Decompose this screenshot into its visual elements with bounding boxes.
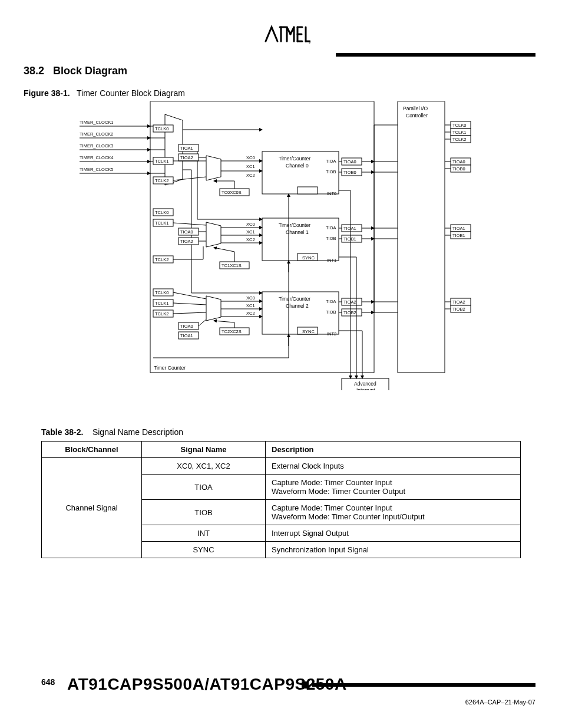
svg-text:TCLK2: TCLK2 bbox=[155, 257, 168, 262]
svg-text:TIOB1: TIOB1 bbox=[452, 233, 465, 238]
cell-signal: XC0, XC1, XC2 bbox=[142, 458, 266, 475]
cell-desc: Synchronization Input Signal bbox=[266, 542, 521, 558]
svg-text:®: ® bbox=[309, 41, 310, 45]
cell-desc: Capture Mode: Timer Counter Input Wavefo… bbox=[266, 475, 521, 500]
svg-text:TIOA1: TIOA1 bbox=[343, 226, 356, 231]
svg-text:TIOA1: TIOA1 bbox=[180, 146, 193, 151]
svg-text:Timer/Counter: Timer/Counter bbox=[279, 296, 310, 302]
svg-text:TIOA: TIOA bbox=[326, 299, 336, 304]
svg-text:XC2: XC2 bbox=[246, 311, 255, 316]
svg-text:TIOB0: TIOB0 bbox=[452, 166, 465, 172]
cell-signal: INT bbox=[142, 525, 266, 542]
svg-text:XC2: XC2 bbox=[246, 173, 255, 178]
svg-text:Channel 0: Channel 0 bbox=[286, 163, 309, 169]
svg-text:TCLK0: TCLK0 bbox=[452, 123, 466, 128]
svg-marker-88 bbox=[206, 222, 221, 247]
th-block: Block/Channel bbox=[42, 442, 142, 458]
svg-text:Advanced: Advanced bbox=[354, 381, 376, 387]
svg-text:TIMER_CLOCK2: TIMER_CLOCK2 bbox=[80, 131, 114, 137]
svg-text:Controller: Controller bbox=[406, 113, 428, 118]
svg-text:XC1: XC1 bbox=[246, 303, 255, 308]
svg-text:Timer Counter: Timer Counter bbox=[154, 365, 186, 371]
cell-desc: Capture Mode: Timer Counter Input Wavefo… bbox=[266, 500, 521, 525]
svg-text:XC1: XC1 bbox=[246, 164, 255, 169]
svg-text:TIOA0: TIOA0 bbox=[452, 159, 465, 164]
svg-text:TCLK2: TCLK2 bbox=[155, 178, 168, 183]
svg-text:TIOA2: TIOA2 bbox=[452, 299, 465, 305]
svg-text:TIOB1: TIOB1 bbox=[343, 236, 356, 242]
svg-marker-130 bbox=[206, 296, 221, 321]
footer-rule bbox=[312, 683, 535, 687]
cell-signal: TIOB bbox=[142, 500, 266, 525]
svg-text:XC0: XC0 bbox=[246, 155, 255, 160]
svg-line-131 bbox=[173, 292, 206, 299]
svg-text:TIOB2: TIOB2 bbox=[343, 310, 356, 315]
svg-text:Interrupt: Interrupt bbox=[356, 387, 375, 390]
svg-text:TCLK1: TCLK1 bbox=[155, 159, 168, 164]
svg-line-133 bbox=[173, 312, 206, 314]
svg-text:TIOA0: TIOA0 bbox=[180, 324, 193, 329]
svg-rect-168 bbox=[398, 101, 445, 373]
svg-text:TIOA0: TIOA0 bbox=[180, 229, 193, 235]
cell-signal: TIOA bbox=[142, 475, 266, 500]
svg-text:TIOA1: TIOA1 bbox=[180, 333, 193, 338]
svg-line-52 bbox=[173, 177, 206, 180]
svg-line-132 bbox=[173, 303, 206, 305]
th-desc: Description bbox=[266, 442, 521, 458]
svg-text:INT0: INT0 bbox=[327, 191, 336, 196]
cell-desc: External Clock Inputs bbox=[266, 458, 521, 475]
svg-text:TCLK0: TCLK0 bbox=[155, 210, 168, 215]
block-diagram: Timer Counter TIMER_CLOCK1 TIMER_CLOCK2 … bbox=[80, 101, 492, 390]
svg-text:TC2XC2S: TC2XC2S bbox=[222, 329, 242, 334]
signal-table: Block/Channel Signal Name Description Ch… bbox=[41, 441, 521, 558]
svg-text:XC2: XC2 bbox=[246, 237, 255, 242]
svg-text:TIMER_CLOCK1: TIMER_CLOCK1 bbox=[80, 120, 114, 125]
svg-marker-49 bbox=[206, 156, 221, 180]
svg-text:TIMER_CLOCK4: TIMER_CLOCK4 bbox=[80, 155, 114, 160]
svg-text:TIOB: TIOB bbox=[326, 236, 336, 241]
table-caption: Table 38-2. Signal Name Description bbox=[41, 427, 183, 437]
svg-text:TCLK1: TCLK1 bbox=[155, 220, 168, 226]
svg-text:TIOB2: TIOB2 bbox=[452, 307, 465, 312]
svg-text:TCLK2: TCLK2 bbox=[452, 137, 466, 142]
cell-group: Channel Signal bbox=[42, 458, 142, 558]
table-row: Channel Signal XC0, XC1, XC2 External Cl… bbox=[42, 458, 521, 475]
svg-text:XC0: XC0 bbox=[246, 295, 255, 301]
svg-line-134 bbox=[199, 319, 206, 326]
svg-text:XC0: XC0 bbox=[246, 222, 255, 227]
th-signal: Signal Name bbox=[142, 442, 266, 458]
svg-text:Channel 2: Channel 2 bbox=[286, 303, 309, 309]
svg-text:SYNC: SYNC bbox=[302, 329, 315, 334]
section-heading: 38.2 Block Diagram bbox=[24, 65, 127, 77]
svg-text:Timer/Counter: Timer/Counter bbox=[279, 222, 310, 228]
svg-text:TCLK1: TCLK1 bbox=[452, 130, 466, 135]
cell-desc: Interrupt Signal Output bbox=[266, 525, 521, 542]
svg-text:SYNC: SYNC bbox=[302, 255, 315, 261]
svg-text:TIOB0: TIOB0 bbox=[343, 170, 356, 175]
svg-line-89 bbox=[173, 223, 206, 225]
svg-text:Parallel I/O: Parallel I/O bbox=[403, 106, 428, 111]
figure-title: Timer Counter Block Diagram bbox=[77, 88, 185, 98]
svg-text:TIOA2: TIOA2 bbox=[180, 239, 193, 244]
svg-text:TIOA2: TIOA2 bbox=[343, 299, 356, 305]
page-number: 648 bbox=[41, 677, 55, 687]
table-title: Signal Name Description bbox=[92, 427, 183, 437]
svg-text:TC0XC0S: TC0XC0S bbox=[222, 190, 242, 195]
table-number: Table 38-2. bbox=[41, 427, 83, 437]
section-number: 38.2 bbox=[24, 65, 44, 77]
svg-line-103 bbox=[214, 248, 234, 252]
svg-rect-68 bbox=[297, 187, 318, 194]
svg-text:Channel 1: Channel 1 bbox=[286, 229, 309, 235]
table-header-row: Block/Channel Signal Name Description bbox=[42, 442, 521, 458]
svg-text:TIOA1: TIOA1 bbox=[452, 226, 465, 231]
svg-line-144 bbox=[214, 321, 234, 322]
svg-text:INT2: INT2 bbox=[327, 331, 336, 337]
svg-text:TCLK2: TCLK2 bbox=[155, 311, 168, 317]
atmel-logo: ® bbox=[263, 24, 310, 45]
svg-text:TIOA0: TIOA0 bbox=[343, 159, 356, 164]
svg-text:TCLK0: TCLK0 bbox=[155, 126, 168, 131]
svg-text:TIOB: TIOB bbox=[326, 309, 336, 315]
cell-signal: SYNC bbox=[142, 542, 266, 558]
svg-text:XC1: XC1 bbox=[246, 229, 255, 235]
svg-text:TIOB: TIOB bbox=[326, 169, 336, 174]
